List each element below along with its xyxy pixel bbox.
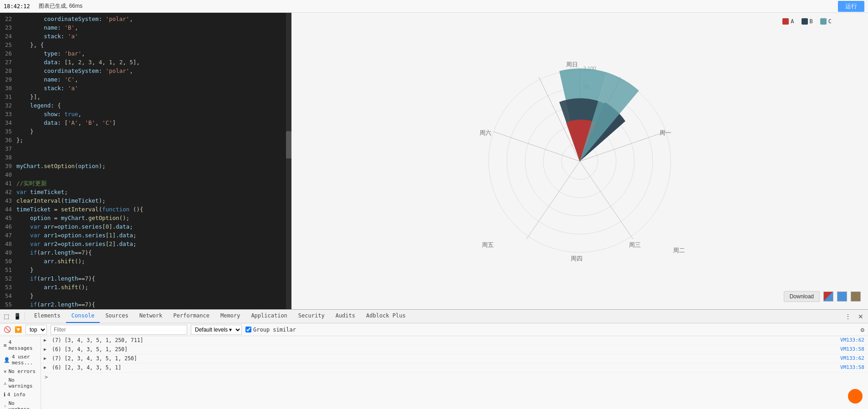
- line-number: 53: [0, 283, 16, 291]
- line-content: }: [16, 127, 291, 136]
- line-number: 40: [0, 170, 16, 179]
- context-select[interactable]: top: [26, 325, 47, 335]
- devtools-tab-adblock-plus[interactable]: Adblock Plus: [361, 309, 411, 323]
- expand-arrow[interactable]: ▶: [44, 356, 46, 361]
- device-toolbar-button[interactable]: 📱: [12, 312, 23, 321]
- code-line: 46 var arr=option.series[0].data;: [0, 222, 291, 231]
- line-content: name: 'B',: [16, 23, 291, 32]
- code-line: 50 arr.shift();: [0, 257, 291, 266]
- default-levels-select[interactable]: Default levels ▾: [191, 325, 242, 335]
- code-line: 34 data: ['A', 'B', 'C']: [0, 118, 291, 127]
- console-filter-item[interactable]: ℹ4 info: [0, 390, 41, 399]
- code-line: 38: [0, 153, 291, 162]
- console-output: ▶ (7) [3, 4, 3, 5, 1, 250, 711] VM133:62…: [41, 336, 868, 409]
- color-swatch-1[interactable]: [823, 291, 833, 302]
- devtools-content: ≡4 messages👤4 user mess...✕No errors⚠No …: [0, 336, 868, 409]
- console-filter-item[interactable]: ≡4 messages: [0, 338, 41, 353]
- line-number: 42: [0, 188, 16, 196]
- console-filter-button[interactable]: 🔽: [15, 326, 22, 333]
- download-button[interactable]: Download: [784, 291, 820, 302]
- legend-color-c: [820, 18, 827, 25]
- devtools-tab-security[interactable]: Security: [293, 309, 330, 323]
- console-settings-icon[interactable]: ⚙: [861, 326, 864, 333]
- code-scrollbar-thumb[interactable]: [286, 131, 291, 158]
- inspect-element-button[interactable]: ⬚: [2, 312, 11, 321]
- expand-arrow[interactable]: ▶: [44, 347, 46, 352]
- devtools-tab-memory[interactable]: Memory: [215, 309, 245, 323]
- line-number: 23: [0, 23, 16, 32]
- line-content: [16, 153, 291, 162]
- devtools-tabs-row: ⬚ 📱 ElementsConsoleSourcesNetworkPerform…: [0, 310, 868, 323]
- devtools-tabs: ElementsConsoleSourcesNetworkPerformance…: [25, 310, 411, 323]
- console-text: (7) [3, 4, 3, 5, 1, 250, 711]: [52, 337, 840, 343]
- line-content: stack: 'a': [16, 32, 291, 41]
- code-scrollbar[interactable]: [286, 13, 291, 309]
- expand-arrow[interactable]: ▶: [44, 365, 46, 370]
- line-number: 50: [0, 257, 16, 266]
- console-location[interactable]: VM133:58: [840, 364, 868, 370]
- devtools-tab-audits[interactable]: Audits: [330, 309, 361, 323]
- line-content: var timeTicket;: [16, 188, 291, 196]
- devtools-more-button[interactable]: ⋮: [842, 311, 853, 322]
- console-entry: ▶ (7) [2, 3, 4, 3, 5, 1, 250] VM133:62: [41, 354, 868, 363]
- line-number: 46: [0, 222, 16, 231]
- color-swatch-2[interactable]: [837, 291, 847, 302]
- line-content: coordinateSystem: 'polar',: [16, 66, 291, 75]
- code-line: 53 arr1.shift();: [0, 283, 291, 291]
- line-content: clearInterval(timeTicket);: [16, 196, 291, 205]
- devtools-toolbar: 🚫 🔽 top Default levels ▾ Group similar ⚙: [0, 323, 868, 336]
- devtools-tab-performance[interactable]: Performance: [168, 309, 215, 323]
- color-swatch-3[interactable]: [851, 291, 861, 302]
- console-location[interactable]: VM133:62: [840, 355, 868, 361]
- console-filter-item[interactable]: ✕No errors: [0, 367, 41, 376]
- console-location[interactable]: VM133:58: [840, 346, 868, 352]
- group-similar-checkbox[interactable]: [245, 327, 251, 332]
- devtools-tab-sources[interactable]: Sources: [100, 309, 134, 323]
- devtools-close-button[interactable]: ✕: [855, 311, 866, 322]
- legend-color-a: [782, 18, 789, 25]
- console-sidebar: ≡4 messages👤4 user mess...✕No errors⚠No …: [0, 336, 41, 409]
- line-content: }: [16, 266, 291, 274]
- main-area: 22 coordinateSystem: 'polar',23 name: 'B…: [0, 13, 868, 309]
- line-content: }],: [16, 92, 291, 101]
- console-text: (6) [2, 3, 4, 3, 5, 1]: [52, 364, 840, 371]
- bottom-circle-button[interactable]: [848, 389, 863, 404]
- devtools-tab-network[interactable]: Network: [134, 309, 168, 323]
- legend-item-b: B: [802, 18, 813, 25]
- svg-text:周一: 周一: [659, 129, 671, 136]
- legend-label-b: B: [810, 18, 813, 25]
- line-number: 56: [0, 309, 16, 309]
- legend-label-a: A: [791, 18, 794, 25]
- code-line: 32 legend: {: [0, 101, 291, 110]
- console-filter-item[interactable]: 👤4 user mess...: [0, 353, 41, 367]
- devtools-tab-elements[interactable]: Elements: [29, 309, 66, 323]
- line-content: timeTicket = setInterval(function (){: [16, 205, 291, 214]
- line-number: 31: [0, 92, 16, 101]
- code-line: 42var timeTicket;: [0, 188, 291, 196]
- console-filter-item[interactable]: ◦No verbose: [0, 399, 41, 409]
- code-line: 26 type: 'bar',: [0, 49, 291, 58]
- devtools-tab-console[interactable]: Console: [66, 309, 100, 323]
- code-line: 43clearInterval(timeTicket);: [0, 196, 291, 205]
- clear-console-button[interactable]: 🚫: [4, 326, 11, 333]
- code-line: 52 if(arr1.length==7){: [0, 274, 291, 283]
- line-content: legend: {: [16, 101, 291, 110]
- line-number: 41: [0, 179, 16, 188]
- code-line: 37: [0, 144, 291, 153]
- console-location[interactable]: VM133:62: [840, 337, 868, 343]
- console-entry: ▶ (7) [3, 4, 3, 5, 1, 250, 711] VM133:62: [41, 336, 868, 345]
- code-line: 51 }: [0, 266, 291, 274]
- line-content: if(arr2.length==7){: [16, 300, 291, 309]
- code-line: 49 if(arr.length==7){: [0, 248, 291, 257]
- code-line: 54 }: [0, 291, 291, 300]
- expand-arrow[interactable]: ▶: [44, 337, 46, 343]
- filter-input[interactable]: [51, 325, 187, 335]
- filter-icon: ◦: [4, 404, 7, 409]
- code-line: 22 coordinateSystem: 'polar',: [0, 15, 291, 23]
- console-filter-item[interactable]: ⚠No warnings: [0, 376, 41, 390]
- console-text: (7) [2, 3, 4, 3, 5, 1, 250]: [52, 355, 840, 362]
- legend-item-c: C: [820, 18, 832, 25]
- run-button[interactable]: 运行: [838, 1, 864, 12]
- code-line: 41//实时更新: [0, 179, 291, 188]
- devtools-tab-application[interactable]: Application: [245, 309, 292, 323]
